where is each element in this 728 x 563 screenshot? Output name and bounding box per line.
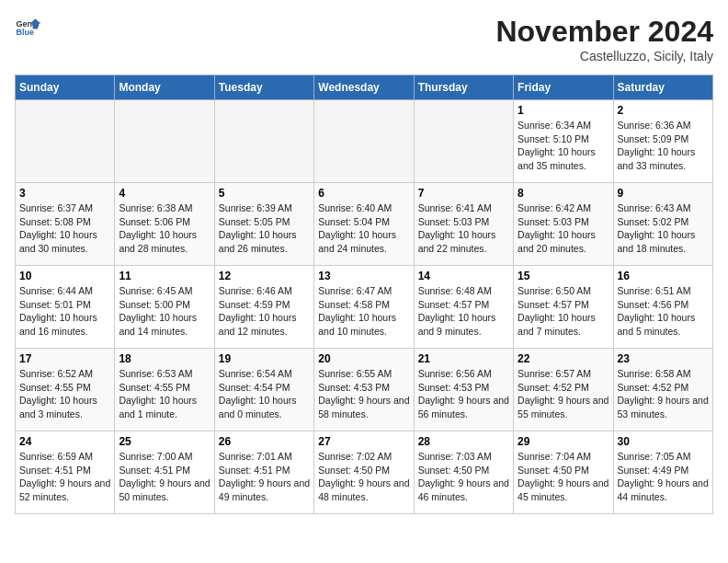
calendar-table: SundayMondayTuesdayWednesdayThursdayFrid… bbox=[15, 75, 713, 514]
day-info: Sunrise: 6:34 AM Sunset: 5:10 PM Dayligh… bbox=[518, 119, 609, 173]
day-number: 24 bbox=[19, 435, 110, 448]
day-number: 23 bbox=[618, 352, 709, 365]
day-number: 12 bbox=[219, 270, 310, 282]
day-info: Sunrise: 6:44 AM Sunset: 5:01 PM Dayligh… bbox=[19, 284, 110, 339]
day-info: Sunrise: 6:56 AM Sunset: 4:53 PM Dayligh… bbox=[418, 367, 509, 421]
col-header-tuesday: Tuesday bbox=[214, 75, 313, 100]
day-number: 18 bbox=[119, 352, 210, 365]
calendar-cell bbox=[115, 100, 214, 183]
day-info: Sunrise: 6:40 AM Sunset: 5:04 PM Dayligh… bbox=[318, 201, 409, 256]
calendar-cell: 28Sunrise: 7:03 AM Sunset: 4:50 PM Dayli… bbox=[414, 431, 513, 514]
day-number: 15 bbox=[518, 270, 609, 282]
day-info: Sunrise: 6:46 AM Sunset: 4:59 PM Dayligh… bbox=[219, 284, 310, 339]
calendar-cell: 23Sunrise: 6:58 AM Sunset: 4:52 PM Dayli… bbox=[613, 349, 712, 431]
day-info: Sunrise: 6:37 AM Sunset: 5:08 PM Dayligh… bbox=[19, 201, 110, 256]
day-number: 7 bbox=[418, 187, 509, 200]
day-info: Sunrise: 6:54 AM Sunset: 4:54 PM Dayligh… bbox=[219, 367, 310, 421]
day-number: 14 bbox=[418, 270, 509, 282]
day-number: 26 bbox=[219, 435, 310, 448]
calendar-cell: 16Sunrise: 6:51 AM Sunset: 4:56 PM Dayli… bbox=[613, 266, 712, 349]
day-info: Sunrise: 6:36 AM Sunset: 5:09 PM Dayligh… bbox=[618, 119, 709, 173]
calendar-cell: 21Sunrise: 6:56 AM Sunset: 4:53 PM Dayli… bbox=[414, 349, 513, 431]
col-header-sunday: Sunday bbox=[16, 75, 115, 100]
calendar-cell: 18Sunrise: 6:53 AM Sunset: 4:55 PM Dayli… bbox=[115, 349, 214, 431]
calendar-cell: 15Sunrise: 6:50 AM Sunset: 4:57 PM Dayli… bbox=[514, 266, 613, 349]
calendar-cell: 17Sunrise: 6:52 AM Sunset: 4:55 PM Dayli… bbox=[16, 349, 115, 431]
day-number: 6 bbox=[318, 187, 409, 200]
day-number: 8 bbox=[518, 187, 609, 200]
day-info: Sunrise: 6:38 AM Sunset: 5:06 PM Dayligh… bbox=[119, 201, 210, 256]
calendar-cell: 20Sunrise: 6:55 AM Sunset: 4:53 PM Dayli… bbox=[314, 349, 414, 431]
calendar-cell: 25Sunrise: 7:00 AM Sunset: 4:51 PM Dayli… bbox=[115, 431, 214, 514]
day-number: 4 bbox=[119, 187, 210, 200]
day-number: 19 bbox=[219, 352, 310, 365]
header: General Blue November 2024 Castelluzzo, … bbox=[15, 15, 713, 63]
calendar-cell: 1Sunrise: 6:34 AM Sunset: 5:10 PM Daylig… bbox=[514, 100, 613, 183]
day-info: Sunrise: 6:58 AM Sunset: 4:52 PM Dayligh… bbox=[618, 367, 709, 421]
day-info: Sunrise: 6:50 AM Sunset: 4:57 PM Dayligh… bbox=[518, 284, 609, 339]
day-number: 20 bbox=[318, 352, 409, 365]
day-number: 25 bbox=[119, 435, 210, 448]
col-header-saturday: Saturday bbox=[613, 75, 712, 100]
col-header-wednesday: Wednesday bbox=[314, 75, 414, 100]
day-number: 5 bbox=[219, 187, 310, 200]
day-number: 16 bbox=[618, 270, 709, 282]
day-number: 2 bbox=[618, 104, 709, 117]
calendar-cell: 6Sunrise: 6:40 AM Sunset: 5:04 PM Daylig… bbox=[314, 183, 414, 266]
calendar-cell: 26Sunrise: 7:01 AM Sunset: 4:51 PM Dayli… bbox=[214, 431, 313, 514]
day-info: Sunrise: 7:00 AM Sunset: 4:51 PM Dayligh… bbox=[119, 450, 210, 504]
day-info: Sunrise: 7:05 AM Sunset: 4:49 PM Dayligh… bbox=[618, 450, 709, 504]
day-number: 27 bbox=[318, 435, 409, 448]
calendar-cell: 11Sunrise: 6:45 AM Sunset: 5:00 PM Dayli… bbox=[115, 266, 214, 349]
day-info: Sunrise: 7:01 AM Sunset: 4:51 PM Dayligh… bbox=[219, 450, 310, 504]
calendar-cell: 9Sunrise: 6:43 AM Sunset: 5:02 PM Daylig… bbox=[613, 183, 712, 266]
day-info: Sunrise: 6:53 AM Sunset: 4:55 PM Dayligh… bbox=[119, 367, 210, 421]
day-number: 10 bbox=[19, 270, 110, 282]
day-number: 1 bbox=[518, 104, 609, 117]
col-header-monday: Monday bbox=[115, 75, 214, 100]
day-info: Sunrise: 7:03 AM Sunset: 4:50 PM Dayligh… bbox=[418, 450, 509, 504]
calendar-cell: 2Sunrise: 6:36 AM Sunset: 5:09 PM Daylig… bbox=[613, 100, 712, 183]
day-info: Sunrise: 6:43 AM Sunset: 5:02 PM Dayligh… bbox=[618, 201, 709, 256]
day-number: 9 bbox=[618, 187, 709, 200]
calendar-cell: 4Sunrise: 6:38 AM Sunset: 5:06 PM Daylig… bbox=[115, 183, 214, 266]
day-info: Sunrise: 6:48 AM Sunset: 4:57 PM Dayligh… bbox=[418, 284, 509, 339]
day-number: 3 bbox=[19, 187, 110, 200]
day-number: 13 bbox=[318, 270, 409, 282]
day-number: 21 bbox=[418, 352, 509, 365]
day-number: 17 bbox=[19, 352, 110, 365]
day-number: 11 bbox=[119, 270, 210, 282]
calendar-cell: 3Sunrise: 6:37 AM Sunset: 5:08 PM Daylig… bbox=[16, 183, 115, 266]
day-info: Sunrise: 6:47 AM Sunset: 4:58 PM Dayligh… bbox=[318, 284, 409, 339]
calendar-cell bbox=[314, 100, 414, 183]
svg-text:Blue: Blue bbox=[16, 28, 34, 37]
title-area: November 2024 Castelluzzo, Sicily, Italy bbox=[495, 15, 713, 63]
calendar-cell: 24Sunrise: 6:59 AM Sunset: 4:51 PM Dayli… bbox=[16, 431, 115, 514]
calendar-cell bbox=[16, 100, 115, 183]
calendar-cell: 29Sunrise: 7:04 AM Sunset: 4:50 PM Dayli… bbox=[514, 431, 613, 514]
day-info: Sunrise: 6:42 AM Sunset: 5:03 PM Dayligh… bbox=[518, 201, 609, 256]
day-info: Sunrise: 6:59 AM Sunset: 4:51 PM Dayligh… bbox=[19, 450, 110, 504]
calendar-cell: 30Sunrise: 7:05 AM Sunset: 4:49 PM Dayli… bbox=[613, 431, 712, 514]
calendar-cell: 19Sunrise: 6:54 AM Sunset: 4:54 PM Dayli… bbox=[214, 349, 313, 431]
day-info: Sunrise: 7:04 AM Sunset: 4:50 PM Dayligh… bbox=[518, 450, 609, 504]
location-subtitle: Castelluzzo, Sicily, Italy bbox=[495, 49, 713, 63]
day-number: 30 bbox=[618, 435, 709, 448]
day-info: Sunrise: 6:41 AM Sunset: 5:03 PM Dayligh… bbox=[418, 201, 509, 256]
col-header-thursday: Thursday bbox=[414, 75, 513, 100]
calendar-cell: 10Sunrise: 6:44 AM Sunset: 5:01 PM Dayli… bbox=[16, 266, 115, 349]
calendar-cell bbox=[214, 100, 313, 183]
calendar-cell: 7Sunrise: 6:41 AM Sunset: 5:03 PM Daylig… bbox=[414, 183, 513, 266]
col-header-friday: Friday bbox=[514, 75, 613, 100]
day-number: 22 bbox=[518, 352, 609, 365]
calendar-cell: 5Sunrise: 6:39 AM Sunset: 5:05 PM Daylig… bbox=[214, 183, 313, 266]
day-number: 29 bbox=[518, 435, 609, 448]
day-info: Sunrise: 6:57 AM Sunset: 4:52 PM Dayligh… bbox=[518, 367, 609, 421]
day-info: Sunrise: 6:51 AM Sunset: 4:56 PM Dayligh… bbox=[618, 284, 709, 339]
month-title: November 2024 bbox=[495, 15, 713, 49]
calendar-cell: 22Sunrise: 6:57 AM Sunset: 4:52 PM Dayli… bbox=[514, 349, 613, 431]
calendar-cell bbox=[414, 100, 513, 183]
calendar-cell: 27Sunrise: 7:02 AM Sunset: 4:50 PM Dayli… bbox=[314, 431, 414, 514]
calendar-cell: 13Sunrise: 6:47 AM Sunset: 4:58 PM Dayli… bbox=[314, 266, 414, 349]
day-info: Sunrise: 6:52 AM Sunset: 4:55 PM Dayligh… bbox=[19, 367, 110, 421]
